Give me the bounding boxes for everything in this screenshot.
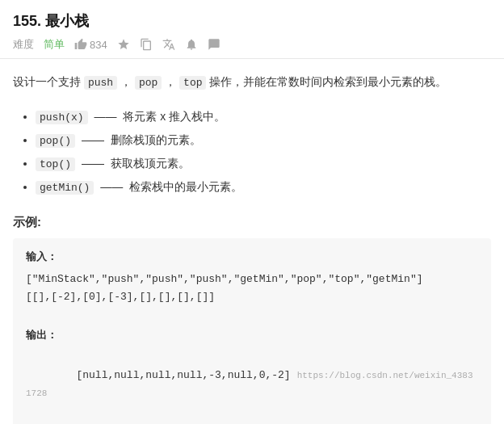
star-icon xyxy=(117,38,130,51)
input-code-line1: ["MinStack","push","push","push","getMin… xyxy=(26,271,478,288)
input-label: 输入： xyxy=(26,250,478,264)
title-row: 155. 最小栈 xyxy=(13,11,491,31)
note-icon xyxy=(208,38,220,51)
op-code-pop: pop() xyxy=(36,134,75,148)
thumbs-up-icon xyxy=(74,38,87,51)
output-code-line1: [null,null,null,null,-3,null,0,-2]https:… xyxy=(26,349,478,420)
list-item: push(x) —— 将元素 x 推入栈中。 xyxy=(36,105,491,128)
star-button[interactable] xyxy=(117,38,130,51)
problem-header: 155. 最小栈 难度 简单 834 xyxy=(0,0,504,59)
output-label: 输出： xyxy=(26,328,478,342)
op-code-getmin: getMin() xyxy=(36,181,94,195)
bell-icon xyxy=(185,38,198,51)
meta-row: 难度 简单 834 xyxy=(13,37,491,52)
problem-content: 设计一个支持 push ， pop ， top 操作，并能在常数时间内检索到最小… xyxy=(0,59,504,424)
subscribe-button[interactable] xyxy=(185,38,198,51)
desc-pop-code: pop xyxy=(135,76,162,90)
like-count: 834 xyxy=(90,39,107,51)
operations-list: push(x) —— 将元素 x 推入栈中。 pop() —— 删除栈顶的元素。… xyxy=(13,105,491,199)
difficulty-label: 难度 xyxy=(13,37,34,52)
copy-icon xyxy=(140,38,153,51)
desc-comma1: ， xyxy=(120,75,132,88)
note-button[interactable] xyxy=(208,38,220,51)
translate-button[interactable] xyxy=(162,38,175,51)
list-item: getMin() —— 检索栈中的最小元素。 xyxy=(36,175,491,199)
translate-icon xyxy=(162,38,175,51)
desc-comma2: ， xyxy=(165,75,176,88)
list-item: pop() —— 删除栈顶的元素。 xyxy=(36,128,491,152)
difficulty-value: 简单 xyxy=(44,37,65,52)
desc-top-code: top xyxy=(179,76,206,90)
example-section-title: 示例: xyxy=(13,215,491,230)
op-code-push: push(x) xyxy=(36,111,88,124)
problem-description: 设计一个支持 push ， pop ， top 操作，并能在常数时间内检索到最小… xyxy=(13,72,491,92)
desc-push-code: push xyxy=(84,76,117,90)
op-code-top: top() xyxy=(36,157,75,171)
desc-suffix: 操作，并能在常数时间内检索到最小元素的栈。 xyxy=(209,75,447,88)
list-item: top() —— 获取栈顶元素。 xyxy=(36,152,491,175)
example-box: 输入： ["MinStack","push","push","push","ge… xyxy=(13,238,491,424)
output-value: [null,null,null,null,-3,null,0,-2] xyxy=(76,369,290,381)
problem-title: 155. 最小栈 xyxy=(13,11,89,31)
desc-intro: 设计一个支持 xyxy=(13,75,81,88)
like-button[interactable]: 834 xyxy=(74,38,107,51)
input-code-line2: [[],[-2],[0],[-3],[],[],[],[]] xyxy=(26,288,478,306)
copy-button[interactable] xyxy=(140,38,153,51)
example-section: 示例: 输入： ["MinStack","push","push","push"… xyxy=(13,215,491,424)
